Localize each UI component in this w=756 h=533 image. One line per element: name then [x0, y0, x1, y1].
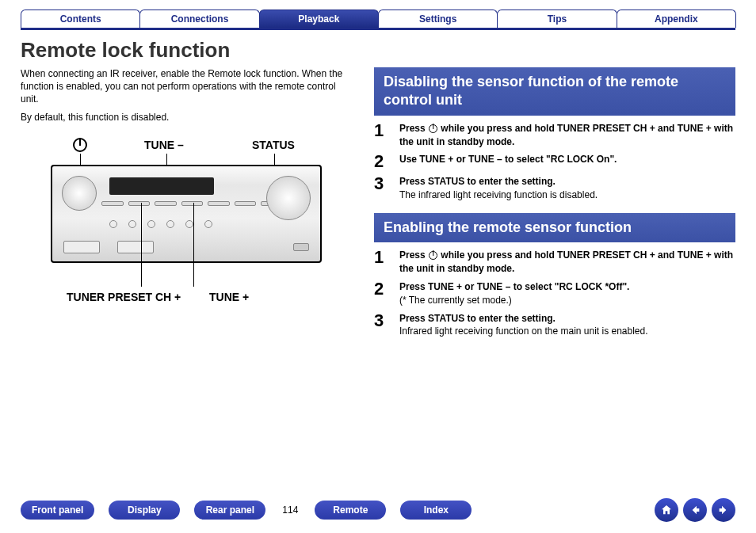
panel-button [235, 201, 257, 206]
volume-knob [266, 176, 311, 220]
step-body: Press TUNE + or TUNE – to select "RC LOC… [399, 280, 629, 307]
device-outline [51, 165, 322, 263]
tab-settings[interactable]: Settings [378, 10, 498, 28]
intro-paragraph-2: By default, this function is disabled. [21, 111, 353, 124]
step-body: Press while you press and hold TUNER PRE… [399, 122, 735, 149]
label-tune-minus: TUNE – [144, 138, 184, 153]
right-column: Disabling the sensor function of the rem… [374, 67, 735, 349]
nav-icons [655, 498, 735, 522]
steps-disable: 1 Press while you press and hold TUNER P… [374, 122, 735, 202]
jack [204, 220, 212, 228]
step-text: Press [399, 123, 428, 134]
panel-button [101, 201, 124, 206]
footer-link-rear-panel[interactable]: Rear panel [194, 501, 265, 520]
tab-contents[interactable]: Contents [21, 10, 140, 28]
step-number: 2 [374, 153, 390, 170]
leader-line [141, 203, 142, 287]
arrow-right-icon[interactable] [712, 498, 735, 522]
step-text: Use TUNE + or TUNE – to select "RC LOCK … [399, 154, 617, 165]
power-icon [73, 138, 87, 152]
footer-link-front-panel[interactable]: Front panel [21, 501, 94, 520]
power-icon [429, 124, 437, 133]
steps-enable: 1 Press while you press and hold TUNER P… [374, 249, 735, 338]
step-body: Press while you press and hold TUNER PRE… [399, 249, 735, 276]
section-heading-disable: Disabling the sensor function of the rem… [374, 67, 735, 116]
lower-row [63, 241, 309, 253]
panel-button [181, 201, 204, 206]
manual-page: Contents Connections Playback Settings T… [0, 0, 756, 533]
step-text: Press STATUS to enter the setting. [399, 175, 598, 188]
footer-link-display[interactable]: Display [109, 501, 180, 520]
step: 2 Use TUNE + or TUNE – to select "RC LOC… [374, 153, 735, 170]
top-tabbar: Contents Connections Playback Settings T… [21, 10, 735, 30]
panel-button [155, 201, 177, 206]
page-title: Remote lock function [21, 38, 735, 63]
jack [185, 220, 193, 228]
power-icon [429, 251, 437, 260]
step-body: Use TUNE + or TUNE – to select "RC LOCK … [399, 153, 617, 170]
step-body: Press STATUS to enter the setting. The i… [399, 175, 598, 202]
step-note: Infrared light receiving function on the… [399, 325, 648, 338]
tab-appendix[interactable]: Appendix [617, 10, 736, 28]
step-note: The infrared light receiving function is… [399, 188, 598, 202]
tab-connections[interactable]: Connections [139, 10, 259, 28]
tab-tips[interactable]: Tips [497, 10, 617, 28]
front-display [109, 177, 214, 195]
front-plate [63, 241, 100, 253]
step-number: 1 [374, 249, 390, 276]
front-port [293, 243, 309, 251]
left-column: When connecting an IR receiver, enable t… [21, 67, 353, 349]
jack [128, 220, 136, 228]
jack [166, 220, 174, 228]
power-knob [62, 176, 97, 211]
step-number: 1 [374, 122, 390, 149]
step: 1 Press while you press and hold TUNER P… [374, 122, 735, 149]
arrow-left-icon[interactable] [683, 498, 707, 522]
step-body: Press STATUS to enter the setting. Infra… [399, 312, 648, 339]
step-number: 2 [374, 280, 390, 307]
step: 3 Press STATUS to enter the setting. The… [374, 175, 735, 202]
step: 1 Press while you press and hold TUNER P… [374, 249, 735, 276]
page-number: 114 [280, 504, 300, 516]
page-footer: Front panel Display Rear panel 114 Remot… [21, 498, 735, 522]
label-status: STATUS [252, 138, 295, 153]
panel-button [208, 201, 230, 206]
jack-row [109, 220, 212, 228]
device-figure: TUNE – STATUS [21, 136, 353, 342]
jack [109, 220, 117, 228]
step: 3 Press STATUS to enter the setting. Inf… [374, 312, 735, 339]
leader-line [193, 203, 194, 287]
step-number: 3 [374, 175, 390, 202]
step-text: while you press and hold TUNER PRESET CH… [399, 249, 733, 274]
footer-link-index[interactable]: Index [400, 501, 472, 520]
label-tune-plus: TUNE + [209, 290, 249, 305]
jack [147, 220, 155, 228]
panel-button [128, 201, 151, 206]
step-number: 3 [374, 312, 390, 339]
step-text: while you press and hold TUNER PRESET CH… [399, 123, 733, 147]
home-icon[interactable] [655, 498, 678, 522]
step-note: (* The currently set mode.) [399, 294, 629, 307]
step: 2 Press TUNE + or TUNE – to select "RC L… [374, 280, 735, 307]
label-tuner-preset-ch-plus: TUNER PRESET CH + [67, 290, 181, 305]
section-heading-enable: Enabling the remote sensor function [374, 213, 735, 242]
step-text: Press TUNE + or TUNE – to select "RC LOC… [399, 280, 629, 294]
step-text: Press STATUS to enter the setting. [399, 312, 648, 326]
footer-link-remote[interactable]: Remote [315, 501, 386, 520]
front-plate [117, 241, 154, 253]
tab-playback[interactable]: Playback [259, 10, 379, 28]
intro-paragraph-1: When connecting an IR receiver, enable t… [21, 67, 353, 106]
step-text: Press [399, 249, 428, 261]
